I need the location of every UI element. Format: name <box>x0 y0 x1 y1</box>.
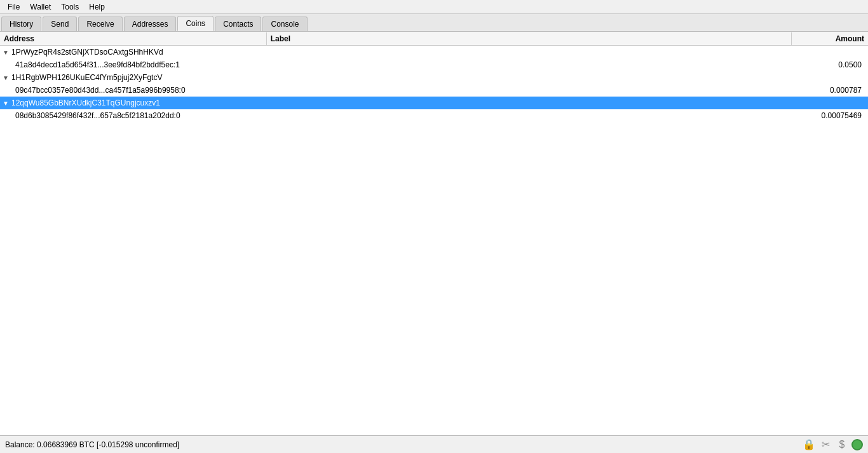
parent-address-1: 1PrWyzPqR4s2stGNjXTDsoCAxtgSHhHKVd <box>11 48 271 57</box>
menu-wallet[interactable]: Wallet <box>25 1 56 13</box>
tab-contacts[interactable]: Contacts <box>215 17 261 31</box>
tree-parent-1[interactable]: ▼ 1PrWyzPqR4s2stGNjXTDsoCAxtgSHhHKVd <box>0 46 868 58</box>
expand-icon-1: ▼ <box>3 49 10 56</box>
col-header-address[interactable]: Address <box>0 32 267 45</box>
tree-parent-2[interactable]: ▼ 1H1RgbWPH126UKuEC4fYm5pjuj2XyFgtcV <box>0 71 868 84</box>
main-content: ▼ 1PrWyzPqR4s2stGNjXTDsoCAxtgSHhHKVd 41a… <box>0 46 868 435</box>
child-amount-3-1: 0.00075469 <box>789 111 865 120</box>
child-address-1-1: 41a8d4decd1a5d654f31...3ee9fd84bf2bddf5e… <box>15 60 273 69</box>
scissors-icon[interactable]: ✂ <box>818 438 832 452</box>
menu-bar: File Wallet Tools Help <box>0 0 868 14</box>
tree-child-1-1[interactable]: 41a8d4decd1a5d654f31...3ee9fd84bf2bddf5e… <box>0 58 868 71</box>
col-header-amount[interactable]: Amount <box>792 32 868 45</box>
tree-child-3-1[interactable]: 08d6b3085429f86f432f...657a8c5f2181a202d… <box>0 109 868 122</box>
parent-address-3: 12qqWu85GbBNrXUdkjC31TqGUngjcuxzv1 <box>11 98 271 107</box>
tree-child-2-1[interactable]: 09c47bcc0357e80d43dd...ca457f1a5a996b995… <box>0 84 868 97</box>
tab-send[interactable]: Send <box>43 17 77 31</box>
expand-icon-2: ▼ <box>3 74 10 81</box>
status-text: Balance: 0.06683969 BTC [-0.015298 uncon… <box>5 440 179 449</box>
lock-icon[interactable]: 🔒 <box>802 438 816 452</box>
tab-console[interactable]: Console <box>262 17 307 31</box>
currency-icon[interactable]: $ <box>835 438 849 452</box>
menu-help[interactable]: Help <box>84 1 110 13</box>
tree-group-2: ▼ 1H1RgbWPH126UKuEC4fYm5pjuj2XyFgtcV 09c… <box>0 71 868 97</box>
tab-bar: History Send Receive Addresses Coins Con… <box>0 14 868 32</box>
expand-icon-3: ▼ <box>3 100 10 107</box>
connection-status-icon <box>851 439 863 450</box>
status-bar: Balance: 0.06683969 BTC [-0.015298 uncon… <box>0 435 868 453</box>
menu-tools[interactable]: Tools <box>56 1 84 13</box>
parent-address-2: 1H1RgbWPH126UKuEC4fYm5pjuj2XyFgtcV <box>11 73 271 82</box>
tree-parent-3[interactable]: ▼ 12qqWu85GbBNrXUdkjC31TqGUngjcuxzv1 <box>0 97 868 109</box>
child-amount-2-1: 0.000787 <box>789 86 865 95</box>
tab-coins[interactable]: Coins <box>177 16 214 31</box>
tree-group-1: ▼ 1PrWyzPqR4s2stGNjXTDsoCAxtgSHhHKVd 41a… <box>0 46 868 71</box>
tree-group-3: ▼ 12qqWu85GbBNrXUdkjC31TqGUngjcuxzv1 08d… <box>0 97 868 122</box>
status-icons: 🔒 ✂ $ <box>802 438 863 452</box>
tab-receive[interactable]: Receive <box>78 17 122 31</box>
tab-addresses[interactable]: Addresses <box>124 17 177 31</box>
child-address-2-1: 09c47bcc0357e80d43dd...ca457f1a5a996b995… <box>15 86 273 95</box>
tab-history[interactable]: History <box>1 17 41 31</box>
col-header-label[interactable]: Label <box>267 32 792 45</box>
child-amount-1-1: 0.0500 <box>789 60 865 69</box>
child-address-3-1: 08d6b3085429f86f432f...657a8c5f2181a202d… <box>15 111 273 120</box>
menu-file[interactable]: File <box>3 1 25 13</box>
column-headers: Address Label Amount <box>0 32 868 46</box>
